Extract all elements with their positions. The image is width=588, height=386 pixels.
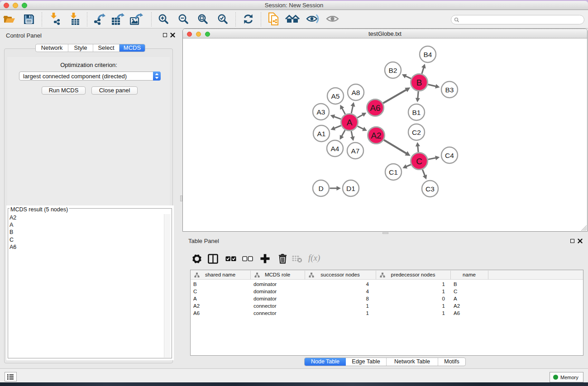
svg-text:A3: A3 xyxy=(317,108,325,116)
svg-text:D: D xyxy=(318,185,323,192)
svg-text:C4: C4 xyxy=(445,152,454,159)
svg-text:A6: A6 xyxy=(370,103,380,113)
svg-text:D1: D1 xyxy=(346,185,355,192)
svg-text:C2: C2 xyxy=(412,129,421,136)
svg-text:C: C xyxy=(416,157,422,166)
svg-text:C1: C1 xyxy=(389,168,398,176)
svg-text:B1: B1 xyxy=(412,109,421,116)
svg-text:C3: C3 xyxy=(425,185,435,193)
svg-text:A7: A7 xyxy=(351,147,360,155)
svg-text:A8: A8 xyxy=(352,89,360,96)
svg-text:B4: B4 xyxy=(424,51,432,58)
svg-text:A1: A1 xyxy=(317,130,326,138)
svg-text:A: A xyxy=(347,118,353,127)
svg-text:B2: B2 xyxy=(389,67,397,74)
svg-text:B: B xyxy=(416,78,422,87)
svg-text:A2: A2 xyxy=(371,131,381,140)
svg-text:B3: B3 xyxy=(445,86,454,94)
svg-text:A4: A4 xyxy=(331,145,339,152)
svg-text:A5: A5 xyxy=(331,92,340,100)
